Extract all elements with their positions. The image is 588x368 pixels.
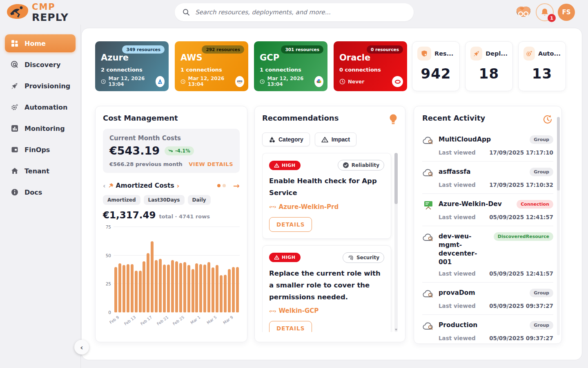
provider-connections: 0 connections bbox=[339, 67, 401, 73]
view-details-link[interactable]: VIEW DETAILS bbox=[189, 161, 233, 167]
severity-badge: HIGH bbox=[269, 253, 301, 262]
cost-bar bbox=[151, 241, 154, 312]
activity-item[interactable]: MultiCloudApp Group Last viewed 17/09/20… bbox=[422, 129, 553, 162]
last-viewed-label: Last viewed bbox=[439, 182, 476, 188]
activity-timestamp: 05/09/2025 09:37:27 bbox=[489, 303, 553, 309]
cost-bar bbox=[199, 264, 202, 312]
search-input[interactable] bbox=[195, 9, 406, 16]
cost-management-panel: Cost Management Current Month Costs €543… bbox=[95, 106, 247, 342]
cost-bar bbox=[122, 265, 125, 312]
cost-bar bbox=[183, 262, 186, 312]
activity-scrollbar[interactable] bbox=[557, 117, 560, 335]
stat-card-resources[interactable]: Res... 942 bbox=[412, 41, 460, 91]
filter-impact-button[interactable]: Impact bbox=[315, 132, 356, 146]
recommendation-target-link[interactable]: ‹··› Welkin-GCP bbox=[269, 307, 384, 314]
y-axis-label: 75 bbox=[106, 224, 111, 229]
history-icon bbox=[542, 114, 553, 125]
stat-card-automations[interactable]: Auto... 13 bbox=[518, 41, 566, 91]
assistant-mascot-icon[interactable] bbox=[515, 6, 532, 19]
rocket-icon bbox=[11, 82, 19, 90]
provider-card-aws[interactable]: 292 resources AWS 1 connections Mar 12, … bbox=[175, 41, 248, 91]
carousel-title: Amortized Costs bbox=[108, 182, 174, 189]
category-badge: Security bbox=[343, 252, 384, 263]
scrollbar-thumb[interactable] bbox=[394, 153, 398, 204]
cost-bar bbox=[192, 269, 194, 312]
recommendation-title: Replace the current role with a smaller … bbox=[269, 268, 384, 303]
cost-bar bbox=[212, 267, 214, 312]
x-axis-label: Mar 5 bbox=[206, 315, 217, 325]
activity-item[interactable]: Azure-Welkin-Dev Connection Last viewed … bbox=[422, 194, 553, 226]
x-axis-label: Feb 21 bbox=[156, 315, 169, 326]
provider-last-sync: Mar 12, 2026 13:04 bbox=[267, 76, 312, 87]
carousel-next-chevron[interactable]: › bbox=[177, 182, 180, 190]
activity-item[interactable]: asffassfa Group Last viewed 17/09/2025 1… bbox=[422, 162, 553, 194]
stat-value: 18 bbox=[470, 65, 508, 82]
carousel-prev-chevron[interactable]: ‹ bbox=[103, 182, 106, 190]
filter-category-button[interactable]: Category bbox=[262, 132, 310, 146]
x-axis-label: Mar 9 bbox=[222, 315, 234, 325]
sidebar-item-automation[interactable]: Automation bbox=[5, 98, 76, 116]
sidebar-item-finops[interactable]: FinOps bbox=[5, 141, 76, 159]
bar-chart-xlabels: Feb 9Feb 13Feb 17Feb 21Feb 25Mar 1Mar 5M… bbox=[114, 312, 240, 326]
sidebar-item-tenant[interactable]: Tenant bbox=[5, 162, 76, 180]
code-link-icon: ‹··› bbox=[269, 204, 276, 210]
info-icon bbox=[11, 188, 19, 196]
activity-item[interactable]: provaDom Group Last viewed 05/09/2025 09… bbox=[422, 283, 553, 315]
stat-card-deployments[interactable]: Depl... 18 bbox=[465, 41, 513, 91]
stat-label: Auto... bbox=[538, 50, 561, 57]
cost-bar bbox=[171, 260, 174, 312]
x-axis-label: Mar 1 bbox=[190, 315, 201, 325]
oracle-logo-icon bbox=[392, 76, 403, 87]
sidebar-item-docs[interactable]: Docs bbox=[5, 183, 76, 201]
clock-icon bbox=[339, 79, 345, 85]
provider-card-azure[interactable]: 349 resources Azure 2 connections Mar 12… bbox=[95, 41, 169, 91]
provider-name: Azure bbox=[101, 53, 163, 63]
sidebar-item-discovery[interactable]: Discovery bbox=[5, 56, 76, 74]
panel-title: Recommendations bbox=[262, 114, 339, 122]
stat-label: Res... bbox=[434, 50, 453, 57]
details-button[interactable]: DETAILS bbox=[269, 321, 312, 332]
azure-logo-icon bbox=[156, 76, 165, 87]
provider-connections: 1 connections bbox=[260, 67, 322, 73]
x-axis-label: Feb 9 bbox=[109, 315, 120, 325]
bar-chart-ylabels: 0255075 bbox=[103, 227, 114, 312]
provider-card-gcp[interactable]: 301 resources GCP 1 connections Mar 12, … bbox=[254, 41, 327, 91]
carousel-arrow-right[interactable]: → bbox=[233, 181, 240, 190]
carousel-dot-active[interactable] bbox=[217, 184, 220, 187]
scrollbar-thumb[interactable] bbox=[557, 117, 560, 191]
cost-chip[interactable]: Amortized bbox=[103, 195, 140, 205]
activity-timestamp: 05/09/2025 12:41:57 bbox=[489, 214, 553, 220]
sidebar-collapse-button[interactable]: ‹ bbox=[74, 340, 89, 355]
cost-chip[interactable]: Last30Days bbox=[144, 195, 185, 205]
carousel-dot-inactive[interactable] bbox=[223, 184, 226, 187]
notifications-button[interactable]: 1 bbox=[536, 3, 554, 21]
activity-item[interactable]: dev-weu-mgmt-devcenter-001 DiscoveredRes… bbox=[422, 226, 553, 283]
svg-text:aws: aws bbox=[237, 79, 243, 82]
bar-chart-icon bbox=[11, 124, 19, 132]
cost-bar bbox=[143, 261, 145, 312]
trend-down-icon bbox=[168, 149, 174, 153]
recommendation-target-link[interactable]: ‹··› Azure-Welkin-Prd bbox=[269, 203, 384, 211]
recommendations-list: HIGH Reliability Enable Health check for… bbox=[262, 153, 398, 332]
sidebar-item-provisioning[interactable]: Provisioning bbox=[5, 77, 76, 95]
provider-last-sync: Never bbox=[348, 79, 364, 85]
sidebar-item-home[interactable]: Home bbox=[5, 34, 76, 52]
user-avatar[interactable]: FS bbox=[558, 4, 575, 21]
clock-icon bbox=[180, 79, 185, 85]
details-button[interactable]: DETAILS bbox=[269, 217, 312, 232]
recommendations-scrollbar[interactable] bbox=[394, 153, 398, 332]
cost-chip[interactable]: Daily bbox=[188, 195, 211, 205]
recent-activity-list: MultiCloudApp Group Last viewed 17/09/20… bbox=[422, 129, 553, 347]
previous-month-value: €566.28 previous month bbox=[109, 161, 183, 167]
last-viewed-label: Last viewed bbox=[439, 214, 476, 220]
sidebar-item-monitoring[interactable]: Monitoring bbox=[5, 119, 76, 137]
cost-filter-chips: AmortizedLast30DaysDaily bbox=[103, 195, 240, 205]
provider-card-oracle[interactable]: 0 resources Oracle 0 connections Never bbox=[334, 41, 407, 91]
cost-bar bbox=[127, 264, 129, 312]
resources-badge: 349 resources bbox=[122, 45, 165, 54]
activity-item[interactable]: Production Group Last viewed 05/09/2025 … bbox=[422, 315, 553, 347]
scroll-down-arrow-icon[interactable] bbox=[395, 329, 397, 331]
current-month-value: €543.19 bbox=[109, 144, 160, 157]
provider-connections: 1 connections bbox=[180, 67, 243, 73]
sidebar-item-label: Docs bbox=[24, 188, 42, 196]
